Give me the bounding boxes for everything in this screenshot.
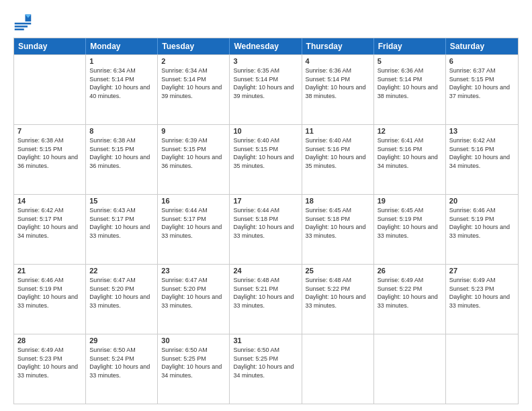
cell-info: Sunrise: 6:42 AMSunset: 5:16 PMDaylight:… [449,136,515,170]
calendar-cell: 18Sunrise: 6:45 AMSunset: 5:18 PMDayligh… [302,195,374,264]
cell-info: Sunrise: 6:38 AMSunset: 5:15 PMDaylight:… [89,136,154,170]
cell-day-number: 31 [233,336,298,345]
header-day-wednesday: Wednesday [230,38,302,54]
calendar-cell: 20Sunrise: 6:46 AMSunset: 5:19 PMDayligh… [446,195,518,264]
cell-day-number: 7 [17,127,82,135]
calendar-cell: 8Sunrise: 6:38 AMSunset: 5:15 PMDaylight… [86,125,158,194]
cell-day-number: 21 [17,267,82,275]
cell-info: Sunrise: 6:46 AMSunset: 5:19 PMDaylight:… [449,206,515,240]
cell-day-number: 28 [17,336,82,345]
calendar-cell: 21Sunrise: 6:46 AMSunset: 5:19 PMDayligh… [14,265,86,334]
cell-day-number: 19 [378,197,442,205]
logo [13,12,35,31]
cell-info: Sunrise: 6:47 AMSunset: 5:20 PMDaylight:… [161,276,226,310]
cell-info: Sunrise: 6:49 AMSunset: 5:22 PMDaylight:… [378,276,442,310]
calendar-row-2: 14Sunrise: 6:42 AMSunset: 5:17 PMDayligh… [14,194,518,264]
logo-icon [13,12,32,31]
cell-info: Sunrise: 6:44 AMSunset: 5:17 PMDaylight:… [161,206,226,240]
cell-day-number: 14 [17,197,82,205]
calendar-cell [374,334,446,404]
cell-info: Sunrise: 6:40 AMSunset: 5:16 PMDaylight:… [306,136,370,170]
calendar-cell [302,334,374,404]
calendar-cell: 25Sunrise: 6:48 AMSunset: 5:22 PMDayligh… [302,265,374,334]
calendar-cell: 22Sunrise: 6:47 AMSunset: 5:20 PMDayligh… [86,265,158,334]
calendar-cell: 17Sunrise: 6:44 AMSunset: 5:18 PMDayligh… [230,195,302,264]
cell-day-number: 16 [161,197,226,205]
calendar-cell: 5Sunrise: 6:36 AMSunset: 5:14 PMDaylight… [374,55,446,124]
calendar-cell: 19Sunrise: 6:45 AMSunset: 5:19 PMDayligh… [374,195,446,264]
cell-info: Sunrise: 6:34 AMSunset: 5:14 PMDaylight:… [161,66,226,100]
calendar-row-1: 7Sunrise: 6:38 AMSunset: 5:15 PMDaylight… [14,124,518,194]
calendar-cell [14,55,86,124]
cell-day-number: 17 [233,197,298,205]
calendar-cell: 1Sunrise: 6:34 AMSunset: 5:14 PMDaylight… [86,55,158,124]
calendar-cell: 14Sunrise: 6:42 AMSunset: 5:17 PMDayligh… [14,195,86,264]
header-day-monday: Monday [86,38,158,54]
calendar-cell: 30Sunrise: 6:50 AMSunset: 5:25 PMDayligh… [158,334,230,404]
cell-day-number: 22 [89,267,154,275]
calendar-row-3: 21Sunrise: 6:46 AMSunset: 5:19 PMDayligh… [14,264,518,334]
cell-day-number: 15 [89,197,154,205]
calendar-cell: 26Sunrise: 6:49 AMSunset: 5:22 PMDayligh… [374,265,446,334]
calendar-cell: 9Sunrise: 6:39 AMSunset: 5:15 PMDaylight… [158,125,230,194]
cell-info: Sunrise: 6:39 AMSunset: 5:15 PMDaylight:… [161,136,226,170]
calendar-cell [446,334,518,404]
cell-day-number: 6 [449,57,515,65]
cell-info: Sunrise: 6:45 AMSunset: 5:18 PMDaylight:… [306,206,370,240]
cell-day-number: 10 [233,127,298,135]
cell-day-number: 8 [89,127,154,135]
cell-day-number: 1 [89,57,154,65]
cell-day-number: 26 [378,267,442,275]
cell-day-number: 27 [449,267,515,275]
calendar-cell: 11Sunrise: 6:40 AMSunset: 5:16 PMDayligh… [302,125,374,194]
calendar-cell: 27Sunrise: 6:49 AMSunset: 5:23 PMDayligh… [446,265,518,334]
header-day-friday: Friday [374,38,446,54]
cell-info: Sunrise: 6:36 AMSunset: 5:14 PMDaylight:… [378,66,442,100]
cell-info: Sunrise: 6:49 AMSunset: 5:23 PMDaylight:… [449,276,515,310]
calendar-cell: 12Sunrise: 6:41 AMSunset: 5:16 PMDayligh… [374,125,446,194]
cell-info: Sunrise: 6:47 AMSunset: 5:20 PMDaylight:… [89,276,154,310]
cell-day-number: 12 [378,127,442,135]
calendar-row-0: 1Sunrise: 6:34 AMSunset: 5:14 PMDaylight… [14,54,518,124]
calendar-body: 1Sunrise: 6:34 AMSunset: 5:14 PMDaylight… [14,54,518,404]
header-day-sunday: Sunday [14,38,86,54]
calendar-cell: 16Sunrise: 6:44 AMSunset: 5:17 PMDayligh… [158,195,230,264]
cell-info: Sunrise: 6:48 AMSunset: 5:22 PMDaylight:… [306,276,370,310]
calendar-cell: 31Sunrise: 6:50 AMSunset: 5:25 PMDayligh… [230,334,302,404]
calendar-cell: 2Sunrise: 6:34 AMSunset: 5:14 PMDaylight… [158,55,230,124]
cell-day-number: 13 [449,127,515,135]
cell-info: Sunrise: 6:40 AMSunset: 5:15 PMDaylight:… [233,136,298,170]
cell-day-number: 25 [306,267,370,275]
cell-day-number: 29 [89,336,154,345]
cell-info: Sunrise: 6:50 AMSunset: 5:24 PMDaylight:… [89,346,154,379]
calendar-header: SundayMondayTuesdayWednesdayThursdayFrid… [14,38,518,54]
calendar-cell: 13Sunrise: 6:42 AMSunset: 5:16 PMDayligh… [446,125,518,194]
cell-info: Sunrise: 6:36 AMSunset: 5:14 PMDaylight:… [306,66,370,100]
cell-day-number: 20 [449,197,515,205]
cell-day-number: 2 [161,57,226,65]
calendar-cell: 4Sunrise: 6:36 AMSunset: 5:14 PMDaylight… [302,55,374,124]
cell-info: Sunrise: 6:44 AMSunset: 5:18 PMDaylight:… [233,206,298,240]
cell-day-number: 18 [306,197,370,205]
cell-info: Sunrise: 6:49 AMSunset: 5:23 PMDaylight:… [17,346,82,379]
calendar-cell: 24Sunrise: 6:48 AMSunset: 5:21 PMDayligh… [230,265,302,334]
cell-info: Sunrise: 6:34 AMSunset: 5:14 PMDaylight:… [89,66,154,100]
cell-day-number: 30 [161,336,226,345]
cell-info: Sunrise: 6:48 AMSunset: 5:21 PMDaylight:… [233,276,298,310]
cell-info: Sunrise: 6:50 AMSunset: 5:25 PMDaylight:… [161,346,226,379]
cell-info: Sunrise: 6:35 AMSunset: 5:14 PMDaylight:… [233,66,298,100]
calendar-cell: 28Sunrise: 6:49 AMSunset: 5:23 PMDayligh… [14,334,86,404]
calendar-cell: 6Sunrise: 6:37 AMSunset: 5:15 PMDaylight… [446,55,518,124]
cell-day-number: 24 [233,267,298,275]
cell-day-number: 5 [378,57,442,65]
cell-info: Sunrise: 6:45 AMSunset: 5:19 PMDaylight:… [378,206,442,240]
calendar-row-4: 28Sunrise: 6:49 AMSunset: 5:23 PMDayligh… [14,334,518,404]
cell-day-number: 11 [306,127,370,135]
page: SundayMondayTuesdayWednesdayThursdayFrid… [0,0,532,411]
cell-info: Sunrise: 6:50 AMSunset: 5:25 PMDaylight:… [233,346,298,379]
header [13,12,519,31]
cell-day-number: 23 [161,267,226,275]
cell-info: Sunrise: 6:41 AMSunset: 5:16 PMDaylight:… [378,136,442,170]
calendar-cell: 23Sunrise: 6:47 AMSunset: 5:20 PMDayligh… [158,265,230,334]
calendar-cell: 3Sunrise: 6:35 AMSunset: 5:14 PMDaylight… [230,55,302,124]
